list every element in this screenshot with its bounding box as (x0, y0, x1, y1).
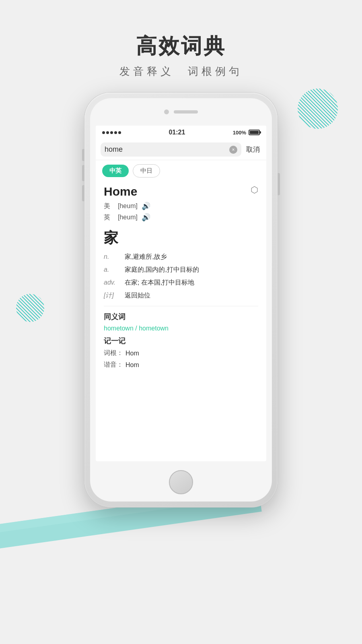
def-type-adj: a. (104, 265, 120, 275)
deco-circle-left (16, 294, 44, 322)
pron-region-us: 美 (104, 202, 114, 211)
def-row-adj: a. 家庭的,国内的,打中目标的 (104, 265, 258, 275)
speaker (174, 110, 198, 114)
phonetic-value: Hom (125, 361, 139, 369)
word-root-value: Hom (125, 350, 139, 357)
def-type-noun: n. (104, 252, 120, 262)
search-bar: home × 取消 (96, 139, 266, 160)
status-bar: 01:21 100% (96, 126, 266, 139)
word-header: Home ⬡ (104, 185, 258, 198)
signal-dot (110, 131, 113, 134)
pronunciation-uk: 英 [heum] 🔊 (104, 213, 258, 222)
tab-chinese-japanese[interactable]: 中日 (133, 164, 160, 178)
share-icon[interactable]: ⬡ (251, 185, 258, 195)
word-root-label: 词根： (104, 349, 123, 357)
chinese-character: 家 (104, 228, 258, 248)
def-row-adv: adv. 在家; 在本国,打中目标地 (104, 278, 258, 287)
vol-down-button (82, 185, 84, 201)
signal-dot (118, 131, 121, 134)
clear-button[interactable]: × (229, 146, 237, 154)
phonetic-row: 谐音： Hom (104, 361, 258, 369)
pron-ipa-us: [heum] (118, 202, 138, 210)
word-title: Home (104, 185, 137, 198)
tab-chinese-english[interactable]: 中英 (102, 165, 129, 177)
synonym-link[interactable]: hometown / hometown (104, 325, 258, 332)
pron-region-uk: 英 (104, 213, 114, 222)
def-row-comp: [计] 返回始位 (104, 291, 258, 300)
tab-bar: 中英 中日 (96, 160, 266, 182)
def-text-adj: 家庭的,国内的,打中目标的 (125, 265, 258, 275)
def-text-noun: 家,避难所,故乡 (125, 252, 258, 262)
pron-ipa-uk: [heum] (118, 214, 138, 221)
speaker-uk-icon[interactable]: 🔊 (142, 213, 150, 222)
phonetic-label: 谐音： (104, 361, 123, 369)
divider (104, 306, 258, 306)
silent-button (82, 149, 84, 161)
pronunciation-us: 美 [heum] 🔊 (104, 202, 258, 211)
battery-percent: 100% (233, 130, 246, 136)
speaker-us-icon[interactable]: 🔊 (142, 202, 150, 211)
def-type-comp: [计] (104, 291, 120, 300)
battery-fill (250, 131, 259, 134)
battery-icon (249, 130, 260, 135)
power-button (278, 173, 280, 195)
dict-content: Home ⬡ 美 [heum] 🔊 英 [heum] 🔊 (96, 182, 266, 461)
vol-up-button (82, 165, 84, 181)
deco-circle-top (298, 89, 338, 129)
home-button[interactable] (169, 470, 193, 494)
signal-dot (102, 131, 105, 134)
status-time: 01:21 (169, 129, 185, 136)
status-right: 100% (233, 130, 260, 136)
def-type-adv: adv. (104, 278, 120, 287)
signal-indicator (102, 131, 121, 134)
search-input-wrap[interactable]: home × (101, 142, 241, 157)
signal-dot (106, 131, 109, 134)
def-text-adv: 在家; 在本国,打中目标地 (125, 278, 258, 287)
synonyms-title: 同义词 (104, 312, 258, 322)
cancel-button[interactable]: 取消 (245, 145, 261, 154)
note-title: 记一记 (104, 336, 258, 346)
phone-screen: 01:21 100% home × 取消 (96, 126, 266, 461)
word-root-row: 词根： Hom (104, 349, 258, 357)
page-title: 高效词典 (0, 32, 362, 60)
def-text-comp: 返回始位 (125, 291, 258, 300)
def-row-noun: n. 家,避难所,故乡 (104, 252, 258, 262)
phone-mockup: 01:21 100% home × 取消 (84, 93, 278, 507)
search-text: home (105, 145, 227, 154)
page-subtitle: 发音释义 词根例句 (0, 64, 362, 78)
signal-dot (114, 131, 117, 134)
camera (164, 109, 169, 114)
phone-top-bar (164, 109, 198, 114)
